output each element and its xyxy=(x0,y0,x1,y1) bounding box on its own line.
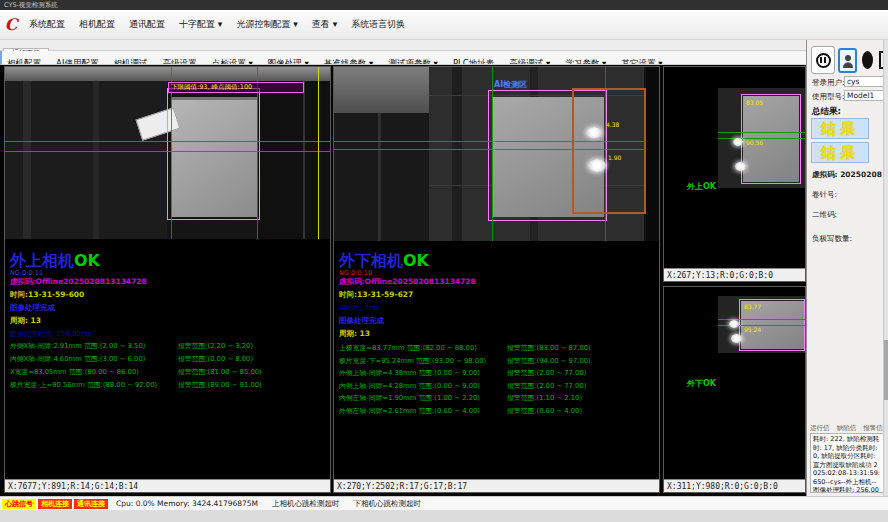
toolbar-item[interactable]: PLC地址表 xyxy=(448,57,499,65)
cycle-line: 周期: 13 xyxy=(339,329,370,339)
camera-image-outer-lower[interactable]: 4.38 1.90 AI检测区 xyxy=(334,67,659,241)
log-text-box[interactable]: 耗时: 222, 缺陷检测耗时: 17, 缺陷分类耗时: 0, 缺陷提取分区耗时… xyxy=(810,433,884,493)
virtual-code-label-text: 虚拟码: xyxy=(812,170,838,179)
time-line: 时间:13-31-59-627 xyxy=(339,290,413,300)
toolbar-item[interactable]: 图像处理 ▾ xyxy=(263,57,314,65)
toolbar-item[interactable]: 相机调试 xyxy=(109,57,153,65)
machine-body-left xyxy=(334,113,429,241)
reference-line-yellow xyxy=(318,67,319,239)
pixel-coordinate-bar: X:270;Y:2502;R:17;G:17;B:17 xyxy=(334,479,659,492)
measurement-text: 上极宽度=83.77mm 范围:(82.00 ~ 88.00) xyxy=(339,343,477,353)
measurement-text: 内侧上轴-间隙=4.28mm 范围:(0.00 ~ 9.00) xyxy=(339,381,480,391)
result-ok: OK xyxy=(403,251,429,270)
camera-view-outer-lower[interactable]: 4.38 1.90 AI检测区 外下相机OK NG:0:0:10 虚拟码:Off… xyxy=(333,66,660,493)
menu-item[interactable]: 查看 ▾ xyxy=(305,10,344,39)
time-line: 时间:13-31-59-600 xyxy=(10,290,84,300)
window-bottom-edge xyxy=(0,510,888,522)
cpu-memory-text: Cpu: 0.0% Memory: 3424.41796875M xyxy=(116,499,258,508)
toolbar-item[interactable]: 基准线参数 ▾ xyxy=(319,57,378,65)
menu-item[interactable]: 光源控制配置 ▾ xyxy=(229,10,304,39)
pixel-coordinate-bar: X:7677;Y:891;R:14;G:14;B:14 xyxy=(5,479,330,492)
measurement-text: 极片宽度-下=95.24mm 范围:(93.00 ~ 98.00) xyxy=(339,356,486,366)
measurement-list: 外侧X轴-间隙:2.91mm 范围:(2.00 ~ 3.50) 报警范围:(2.… xyxy=(10,341,328,393)
model-value[interactable]: Model1 xyxy=(844,90,884,101)
measurement-text: 极片宽度-上=90.56mm 范围:(88.00 ~ 92.00) xyxy=(10,380,157,390)
machine-texture xyxy=(23,81,31,239)
process-done-line: 图像处理完成 xyxy=(10,303,55,313)
login-user-value[interactable]: cys xyxy=(844,76,884,87)
model-label: 使用型号: xyxy=(812,92,845,102)
process-time-line: 图像处理时间: 256.00ms xyxy=(10,329,92,339)
measure-mark: 83.77 xyxy=(744,304,761,310)
toolbar-item[interactable]: 测试项参数 ▾ xyxy=(383,57,442,65)
camera-connection-badge: 相机连接 xyxy=(38,499,72,509)
menu-item[interactable]: 系统配置 xyxy=(22,10,72,39)
measurement-row: 外侧左轴-间隙=2.61mm 范围:(0.60 ~ 4.00) 报警范围:(0.… xyxy=(339,406,657,419)
menu-item[interactable]: 相机配置 xyxy=(72,10,122,39)
menu-items: 系统配置 相机配置 通讯配置 十字配置 ▾ 光源控制配置 ▾ 查看 ▾ 系统语言… xyxy=(22,10,412,39)
menu-item[interactable]: 十字配置 ▾ xyxy=(172,10,229,39)
toolbar-item[interactable]: 点检设置 ▾ xyxy=(207,57,258,65)
measurement-text: 内侧左轴-间隙=1.90mm 范围:(1.00 ~ 2.20) xyxy=(339,393,480,403)
measurement-alarm: 报警范围:(2.00 ~ 77.00) xyxy=(507,368,586,378)
camera-image-outer-upper[interactable]: 下限阈值:93, 峰点阈值:100 xyxy=(5,67,330,239)
measurement-alarm: 报警范围:(94.00 ~ 97.00) xyxy=(507,356,591,366)
panel-scrollbar[interactable] xyxy=(883,40,888,496)
measurement-row: 外侧X轴-间隙:2.91mm 范围:(2.00 ~ 3.50) 报警范围:(2.… xyxy=(10,341,328,354)
toolbar-item[interactable]: 学习参数 ▾ xyxy=(560,57,611,65)
virtual-code-line: 虚拟码:Offline2025020813134728 xyxy=(10,277,147,287)
pixel-coordinate-bar: X:311;Y:980;R:0;G:0;B:0 xyxy=(664,479,805,492)
measure-line-h xyxy=(5,151,330,152)
bright-spot xyxy=(586,127,602,138)
pause-icon xyxy=(816,53,831,68)
machine-top-band xyxy=(334,67,429,113)
menu-item[interactable]: 通讯配置 xyxy=(122,10,172,39)
threshold-overlay-label: 下限阈值:93, 峰点阈值:100 xyxy=(168,82,304,93)
measurement-row: 极片宽度-下=95.24mm 范围:(93.00 ~ 98.00) 报警范围:(… xyxy=(339,356,657,369)
pause-button[interactable] xyxy=(811,46,835,74)
scrollbar-thumb[interactable] xyxy=(884,340,888,400)
toolbar-item[interactable]: 其它设置 ▾ xyxy=(616,57,667,65)
measurement-row: 外侧上轴-间隙=4.38mm 范围:(0.00 ~ 9.00) 报警范围:(2.… xyxy=(339,368,657,381)
operator-mode-button[interactable] xyxy=(860,49,875,71)
window-titlebar: CYS-视觉检测系统 xyxy=(0,0,888,10)
measure-mark: 1.90 xyxy=(608,155,621,161)
bright-spot xyxy=(735,162,746,171)
measurement-alarm: 报警范围:(0.60 ~ 4.00) xyxy=(507,406,582,416)
window-title: CYS-视觉检测系统 xyxy=(4,1,58,9)
camera-preview-top[interactable]: 83.05 90.56 外上OK X:267;Y:13;R:0;G:0;B:0 xyxy=(663,66,806,282)
measure-line-h xyxy=(334,149,659,150)
lower-camera-warning: 下相机心跳检测超时 xyxy=(354,499,422,509)
machine-texture xyxy=(378,113,381,241)
machine-edge xyxy=(646,67,659,241)
camera-preview-bottom[interactable]: 83.77 95.24 外下OK X:311;Y:980;R:0;G:0;B:0 xyxy=(663,286,806,493)
roi-outline-orange xyxy=(572,88,646,214)
preview-result-label: 外下OK xyxy=(687,378,716,389)
menu-item[interactable]: 系统语言切换 xyxy=(344,10,412,39)
virtual-code-line: 虚拟码:Offline2025020813134728 xyxy=(339,277,476,287)
upper-camera-warning: 上相机心跳检测超时 xyxy=(272,499,340,509)
person-silhouette-icon xyxy=(861,50,874,70)
camera-preview-image-top[interactable]: 83.05 90.56 xyxy=(718,88,805,188)
camera-preview-image-bottom[interactable]: 83.77 95.24 xyxy=(718,296,805,353)
pixel-coordinate-bar: X:267;Y:13;R:0;G:0;B:0 xyxy=(664,268,805,281)
cycle-line: 周期: 13 xyxy=(10,316,41,326)
result-box-upper: 结果 xyxy=(811,118,869,139)
measure-line-h xyxy=(5,141,330,142)
bright-spot xyxy=(588,159,606,172)
measure-mark: 90.56 xyxy=(746,140,763,146)
measure-line-v xyxy=(492,67,493,241)
toolbar-item[interactable]: AI使用配置 xyxy=(51,57,103,65)
measurement-alarm: 报警范围:(89.00 ~ 91.00) xyxy=(178,380,262,390)
toolbar-item[interactable]: 高级设置 xyxy=(158,57,202,65)
toolbar-items: 相机配置 AI使用配置 相机调试 高级设置 点检设置 ▾ 图像处理 ▾ 基准线参… xyxy=(2,51,667,65)
ng-counter: NG:0:0:11 xyxy=(10,269,43,277)
virtual-code-label: 虚拟码: 20250208 xyxy=(812,170,882,180)
toolbar-item[interactable]: 相机配置 xyxy=(2,57,46,65)
toolbar-item[interactable]: 高级调试 ▾ xyxy=(504,57,555,65)
user-login-button[interactable] xyxy=(838,48,857,73)
write-count-label: 负极写数量: xyxy=(812,234,852,244)
camera-view-outer-upper[interactable]: 下限阈值:93, 峰点阈值:100 外上相机OK NG:0:0:11 虚拟码:O… xyxy=(4,66,331,493)
total-result-label: 总结果: xyxy=(812,106,841,118)
main-area: 下限阈值:93, 峰点阈值:100 外上相机OK NG:0:0:11 虚拟码:O… xyxy=(0,65,806,496)
